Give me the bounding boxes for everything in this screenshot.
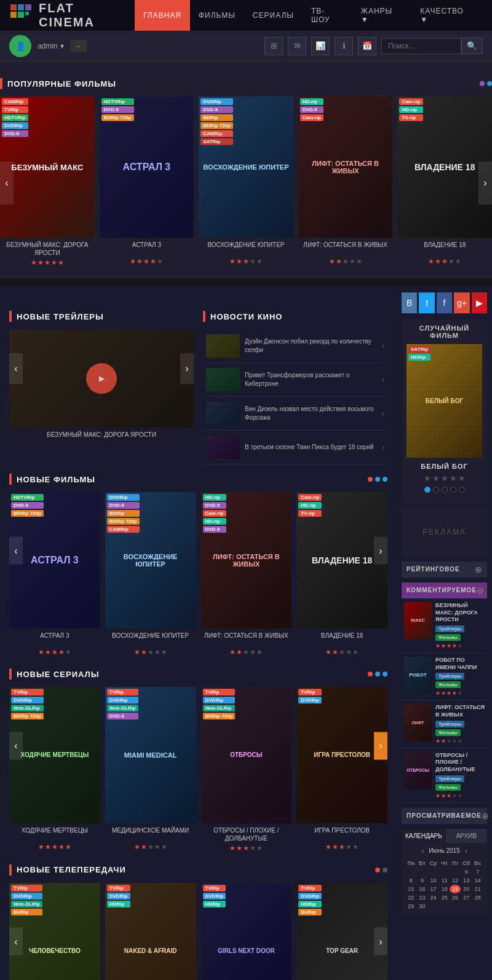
nav-serials[interactable]: СЕРИАЛЫ — [244, 0, 303, 31]
dot[interactable] — [375, 477, 380, 482]
calendar-day[interactable]: 18 — [439, 885, 450, 893]
calendar-day[interactable]: 13 — [461, 876, 472, 885]
calendar-day[interactable] — [472, 902, 483, 911]
logo[interactable]: FLAT CINEMA — [9, 1, 135, 29]
calendar-day[interactable] — [461, 902, 472, 911]
calendar-day[interactable]: 16 — [417, 885, 427, 893]
info-icon-btn[interactable]: ℹ — [335, 37, 353, 55]
calendar-day[interactable] — [427, 902, 439, 911]
viewing-header[interactable]: ПРОСМАТРИВАЕМОЕ ⊕ — [402, 808, 487, 824]
search-button[interactable]: 🔍 — [461, 37, 483, 54]
movie-card[interactable]: Cam-rip HD-rip TV-rip ВЛАДЕНИЕ 18 ВЛАДЕН… — [296, 492, 387, 659]
calendar-day[interactable] — [417, 868, 427, 876]
calendar-icon-btn[interactable]: 📅 — [358, 37, 376, 55]
rdot[interactable] — [433, 487, 439, 493]
calendar-day[interactable]: 6 — [461, 868, 472, 876]
calendar-today[interactable]: 19 — [450, 885, 461, 893]
calendar-day[interactable]: 12 — [450, 876, 461, 885]
dot[interactable] — [383, 672, 387, 676]
dot[interactable] — [383, 477, 387, 482]
grid-icon-btn[interactable]: ⊞ — [264, 37, 283, 55]
mail-icon-btn[interactable]: ✉ — [288, 37, 306, 55]
search-input[interactable] — [381, 38, 461, 54]
rdot[interactable] — [424, 487, 430, 493]
social-youtube-button[interactable]: ▶ — [472, 292, 487, 313]
calendar-day[interactable]: 30 — [417, 902, 427, 911]
calendar-day[interactable]: 14 — [472, 876, 483, 885]
movie-card[interactable]: HD-rip DVD-5 Cam-rip ЛИФТ: ОСТАТЬСЯ В ЖИ… — [298, 96, 393, 270]
nav-genres[interactable]: ЖАНРЫ ▼ — [352, 0, 411, 31]
news-item[interactable]: Вин Дизель назвал место действия восьмог… — [203, 397, 387, 431]
calendar-day[interactable] — [439, 902, 450, 911]
calendar-day[interactable]: 25 — [439, 893, 450, 902]
new-tv-next-btn[interactable]: › — [374, 928, 387, 955]
calendar-day[interactable]: 17 — [427, 885, 439, 893]
calendar-day[interactable]: 21 — [472, 885, 483, 893]
calendar-prev-btn[interactable]: ‹ — [421, 847, 424, 855]
movie-card[interactable]: Cam-rip HD-rip TV-rip ВЛАДЕНИЕ 18 ВЛАДЕН… — [397, 96, 492, 270]
movie-card[interactable]: TVRip DVDRip HDRip GIRLS NEXT DOOR ДЕВОЧ… — [201, 883, 292, 980]
news-item[interactable]: Дуэйн Джонсон побил рекорд по количеству… — [203, 329, 387, 363]
calendar-next-btn[interactable]: › — [465, 847, 467, 855]
comment-item[interactable]: ЛИФТ ЛИФТ: ОСТАТЬСЯ В ЖИВЫХ Трейлеры Фил… — [402, 700, 487, 748]
calendar-day[interactable]: 8 — [405, 876, 417, 885]
calendar-day[interactable]: 26 — [450, 893, 461, 902]
calendar-day[interactable] — [439, 868, 450, 876]
calendar-day[interactable]: 10 — [427, 876, 439, 885]
nav-tvshow[interactable]: ТВ-ШОУ — [303, 0, 352, 31]
news-item[interactable]: Привет Трансформеров расскажет о Кибертр… — [203, 363, 387, 397]
calendar-day[interactable]: 28 — [472, 893, 483, 902]
new-films-next-btn[interactable]: › — [374, 537, 387, 565]
rating-header[interactable]: РЕЙТИНГОВОЕ ⊕ — [402, 562, 487, 578]
dot[interactable] — [375, 868, 380, 872]
new-tv-prev-btn[interactable]: ‹ — [9, 928, 23, 955]
calendar-day[interactable]: 23 — [417, 893, 427, 902]
nav-home[interactable]: ГЛАВНАЯ — [135, 0, 190, 31]
new-films-prev-btn[interactable]: ‹ — [9, 537, 23, 565]
dot[interactable] — [383, 868, 387, 872]
dot[interactable] — [375, 672, 380, 676]
calendar-day[interactable]: 24 — [427, 893, 439, 902]
dot-2[interactable] — [487, 81, 492, 86]
new-serials-prev-btn[interactable]: ‹ — [9, 732, 23, 759]
calendar-tab[interactable]: КАЛЕНДАРЬ — [402, 829, 446, 843]
comment-item[interactable]: ОТБРОСЫ ОТБРОСЫ / ПЛОХИЕ / ДОЛБАНУТЫЕ Тр… — [402, 748, 487, 803]
trailer-player[interactable]: ▶ — [9, 329, 194, 428]
movie-card[interactable]: DVDRip DVD-9 BDRip BDRip 720p CAMRip SAT… — [199, 96, 293, 270]
calendar-day[interactable] — [405, 868, 417, 876]
rdot[interactable] — [450, 487, 456, 493]
movie-card[interactable]: HD-rip DVD-5 Cam-rip HD-rip DVD-9 ЛИФТ: … — [201, 492, 292, 659]
calendar-day[interactable] — [450, 868, 461, 876]
movie-card[interactable]: TVRip DVDRip Web-DLRip BDRip 720p ХОДЯЧИ… — [9, 687, 100, 854]
movie-card[interactable]: TVRip DVDRip ИГРА ПРЕСТОЛОВ ИГРА ПРЕСТОЛ… — [296, 687, 387, 854]
movie-card[interactable]: TVRip DVDRip HDRip NAKED & AFRAID ГОЛЫЕ … — [105, 883, 196, 980]
new-serials-next-btn[interactable]: › — [374, 732, 387, 759]
movie-card[interactable]: CAMRip TVRip HDTVRip DVDRip DVD-9 БЕЗУМН… — [0, 96, 95, 270]
random-film-poster[interactable]: SATRip HDRip БЕЛЫЙ БОГ — [407, 344, 482, 458]
movie-card[interactable]: HDTVRip DVD-9 BDRip 720p АСТРАЛ 3 АСТРАЛ… — [100, 96, 194, 270]
movie-card[interactable]: DVDRip DVD-9 BDRip BDRip 720p CAMRip ВОС… — [105, 492, 196, 659]
social-gplus-button[interactable]: g+ — [454, 292, 469, 313]
logout-button[interactable]: → — [70, 40, 87, 52]
social-vk-button[interactable]: В — [402, 292, 417, 313]
dot-1[interactable] — [480, 81, 485, 86]
calendar-day[interactable]: 27 — [461, 893, 472, 902]
comment-item[interactable]: РОБОТ РОБОТ ПО ИМЕНИ ЧАППИ Трейлеры Филь… — [402, 653, 487, 700]
comments-header[interactable]: КОММЕНТИРУЕМОЕ ⊖ — [402, 582, 487, 598]
comment-item[interactable]: МАКС БЕЗУМНЫЙ МАКС: ДОРОГА ЯРОСТИ Трейле… — [402, 598, 487, 653]
calendar-day[interactable]: 22 — [405, 893, 417, 902]
nav-quality[interactable]: КАЧЕСТВО ▼ — [411, 0, 483, 31]
movie-card[interactable]: TVRip DVDRip Web-DLRip BDRip 720p ОТБРОС… — [201, 687, 292, 855]
movie-card[interactable]: TVRip DVDRip Web-DLRip DVD-9 MIAMI MEDIC… — [105, 687, 196, 854]
social-facebook-button[interactable]: f — [437, 292, 452, 313]
archive-tab[interactable]: АРХИВ — [446, 829, 487, 843]
dot[interactable] — [368, 672, 373, 676]
calendar-day[interactable]: 9 — [417, 876, 427, 885]
dot[interactable] — [368, 477, 373, 482]
rdot[interactable] — [442, 487, 448, 493]
calendar-day[interactable] — [427, 868, 439, 876]
social-twitter-button[interactable]: t — [419, 292, 434, 313]
popular-next-btn[interactable]: › — [478, 162, 492, 205]
rdot[interactable] — [459, 487, 465, 493]
popular-prev-btn[interactable]: ‹ — [0, 162, 14, 205]
